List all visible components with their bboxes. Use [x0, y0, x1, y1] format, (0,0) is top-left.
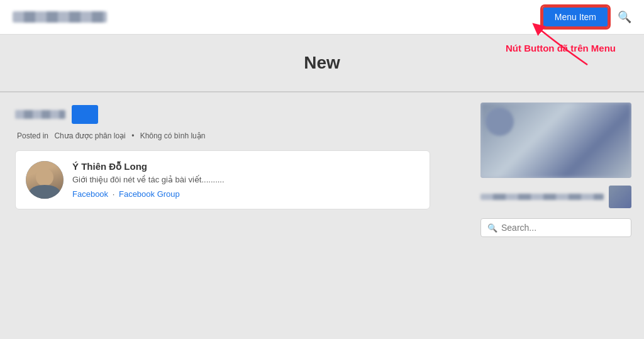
post-title-blur [15, 110, 65, 119]
link-separator: · [113, 189, 115, 199]
search-icon: 🔍 [487, 223, 497, 233]
featured-image [480, 103, 631, 178]
facebook-link[interactable]: Facebook [72, 189, 108, 199]
author-links: Facebook · Facebook Group [72, 189, 419, 199]
post-title-row [15, 105, 453, 124]
avatar-image [26, 161, 64, 199]
posted-in-label: Posted in [17, 131, 48, 140]
site-header: Menu Item 🔍 [0, 0, 644, 35]
author-description: Giới thiệu đôi nét về tác giả bài viết..… [72, 175, 419, 184]
meta-separator: • [131, 131, 134, 140]
main-content: Posted in Chưa được phân loại • Không có… [0, 92, 644, 339]
author-name: Ý Thiên Đỗ Long [72, 161, 419, 172]
sidebar: 🔍 [468, 92, 644, 339]
logo-text [13, 11, 107, 23]
thumb-text-blur [480, 194, 604, 200]
search-box[interactable]: 🔍 [480, 218, 631, 237]
menu-item-button[interactable]: Menu Item [542, 6, 609, 28]
author-box: Ý Thiên Đỗ Long Giới thiệu đôi nét về tá… [15, 150, 430, 209]
thumbnail-image [609, 186, 631, 208]
post-meta: Posted in Chưa được phân loại • Không có… [15, 131, 453, 140]
facebook-group-link[interactable]: Facebook Group [119, 189, 180, 199]
site-logo [13, 11, 107, 23]
post-comments: Không có bình luận [140, 131, 206, 140]
page-title: New [304, 53, 340, 73]
featured-image-overlay [486, 108, 514, 136]
search-input[interactable] [501, 223, 625, 233]
hero-section: New [0, 35, 644, 91]
header-right: Menu Item 🔍 [542, 6, 631, 28]
thumbnail-row [480, 186, 631, 208]
avatar [26, 161, 64, 199]
author-info: Ý Thiên Đỗ Long Giới thiệu đôi nét về tá… [72, 161, 419, 199]
post-category: Chưa được phân loại [54, 131, 125, 140]
search-icon[interactable]: 🔍 [618, 10, 631, 24]
post-title-box [72, 105, 98, 124]
primary-content: Posted in Chưa được phân loại • Không có… [0, 92, 468, 339]
